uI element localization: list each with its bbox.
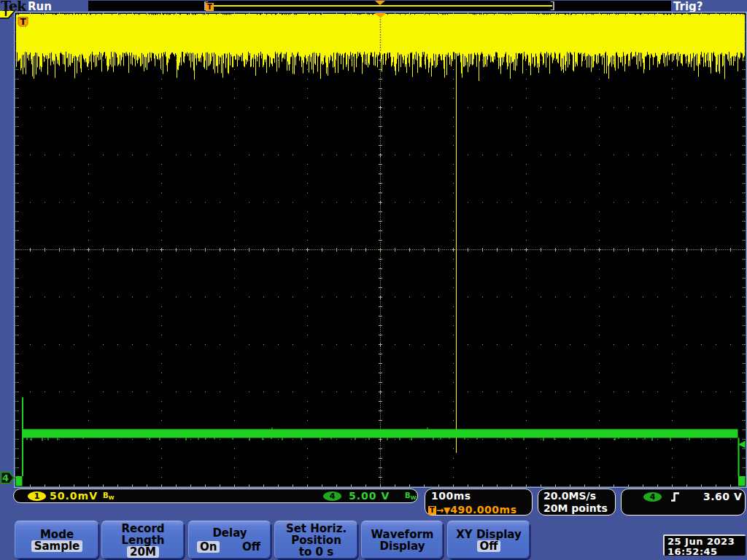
sample-rate: 20.0MS/s <box>543 490 596 502</box>
horizontal-scale[interactable]: 100ms <box>431 490 471 502</box>
channel4-scale[interactable]: 5.00 V <box>349 490 390 502</box>
delay-on-option[interactable]: On <box>197 541 220 553</box>
trigger-slope-icon[interactable] <box>670 491 681 502</box>
record-trigger-t-icon: T <box>206 3 214 11</box>
menu-label: to 0 s <box>299 546 333 558</box>
menu-label: Mode <box>40 529 74 540</box>
svg-text:T: T <box>20 17 26 27</box>
menu-value: Off <box>477 540 501 552</box>
delay-off-option[interactable]: Off <box>242 541 260 553</box>
acquisition-readout-box: 20.0MS/s 20M points <box>538 489 616 516</box>
menu-label: XY Display <box>456 529 522 540</box>
delay-arrow-icon: →▼ <box>436 505 450 516</box>
menu-label: Display <box>380 540 425 552</box>
menu-button-xy-display[interactable]: XY Display Off <box>447 521 530 559</box>
channel1-scale[interactable]: 50.0mV <box>50 490 98 502</box>
menu-label: Set Horiz. <box>286 523 347 534</box>
menu-button-record-length[interactable]: Record Length 20M <box>101 521 184 559</box>
trigger-level[interactable]: 3.60 V <box>703 491 742 502</box>
trigger-source-badge[interactable]: 4 <box>643 492 662 502</box>
menu-label: Record <box>121 523 164 534</box>
menu-label: Delay <box>212 527 247 539</box>
menu-button-delay[interactable]: Delay On Off <box>188 521 271 559</box>
menu-value: Sample <box>31 540 83 552</box>
menu-value: 20M <box>127 546 159 558</box>
svg-text:4: 4 <box>2 472 9 483</box>
channel1-bandwidth-icon: BW <box>103 491 114 501</box>
channel1-badge[interactable]: 1 <box>28 491 46 501</box>
menu-button-mode[interactable]: Mode Sample <box>15 521 98 559</box>
channel-readouts-box: 1 50.0mV BW 4 5.00 V BW <box>13 489 418 503</box>
date: 25 Jun 2023 <box>667 537 746 547</box>
time: 16:52:45 <box>667 547 746 557</box>
channel1-position-marker[interactable] <box>0 11 16 19</box>
menu-label: Waveform <box>371 529 434 540</box>
record-window-right-bracket <box>553 1 554 10</box>
channel4-badge[interactable]: 4 <box>323 491 341 501</box>
record-view-bar: T <box>88 1 671 11</box>
delay-readout[interactable]: T→▼490.000ms <box>428 502 516 516</box>
record-length: 20M points <box>543 502 608 514</box>
channel4-position-marker[interactable]: 4 <box>0 471 15 485</box>
oscilloscope-screen: Tek Run T Trig? T 4 1 50.0mV BW 4 5.00 V… <box>0 0 747 560</box>
channel4-bandwidth-icon: BW <box>405 491 416 501</box>
delay-trigger-t-icon: T <box>428 506 436 515</box>
record-waveform-line <box>214 5 552 7</box>
menu-button-waveform-display[interactable]: Waveform Display <box>361 521 443 559</box>
ch4-waveform <box>23 429 738 438</box>
delay-value: 490.000ms <box>450 504 516 516</box>
horizontal-readout-box: 100ms T→▼490.000ms <box>425 489 533 516</box>
trigger-readout-box: 4 3.60 V <box>621 489 746 516</box>
graticule: T <box>14 12 747 489</box>
menu-button-set-horiz-position[interactable]: Set Horiz. Position to 0 s <box>274 521 357 559</box>
menu-label: Length <box>122 534 165 546</box>
menu-label: Position <box>291 534 341 546</box>
datetime-box: 25 Jun 2023 16:52:45 <box>663 534 746 556</box>
